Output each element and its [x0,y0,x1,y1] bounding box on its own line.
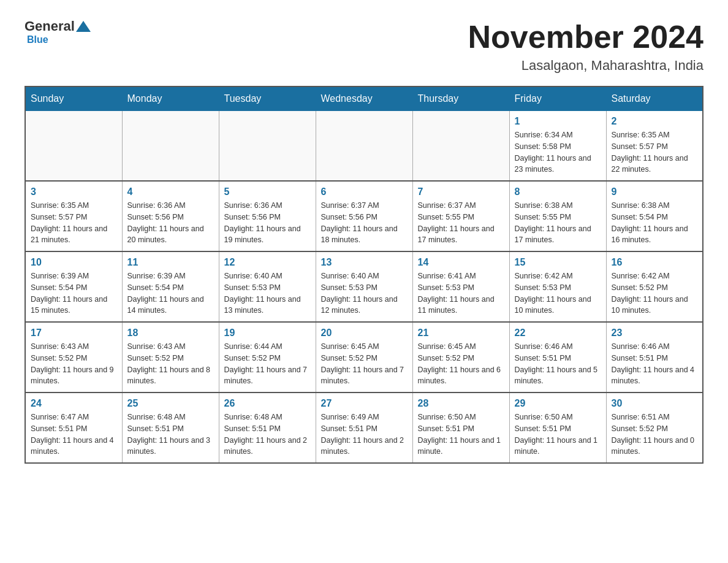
calendar-cell: 26Sunrise: 6:48 AMSunset: 5:51 PMDayligh… [219,393,316,463]
day-info: Sunrise: 6:35 AMSunset: 5:57 PMDaylight:… [31,200,117,246]
calendar-cell: 29Sunrise: 6:50 AMSunset: 5:51 PMDayligh… [509,393,606,463]
calendar-cell: 21Sunrise: 6:45 AMSunset: 5:52 PMDayligh… [412,322,509,393]
day-number: 5 [224,186,311,197]
day-info: Sunrise: 6:43 AMSunset: 5:52 PMDaylight:… [31,341,117,387]
day-number: 24 [31,398,117,409]
day-info: Sunrise: 6:51 AMSunset: 5:52 PMDaylight:… [612,412,698,458]
calendar-cell: 12Sunrise: 6:40 AMSunset: 5:53 PMDayligh… [219,251,316,322]
weekday-header-thursday: Thursday [412,86,509,111]
day-info: Sunrise: 6:36 AMSunset: 5:56 PMDaylight:… [127,200,214,246]
calendar-cell: 8Sunrise: 6:38 AMSunset: 5:55 PMDaylight… [509,181,606,251]
day-number: 8 [515,186,601,197]
day-info: Sunrise: 6:37 AMSunset: 5:55 PMDaylight:… [418,200,504,246]
day-number: 10 [31,257,117,268]
day-number: 14 [418,257,504,268]
day-info: Sunrise: 6:48 AMSunset: 5:51 PMDaylight:… [224,412,311,458]
day-number: 22 [515,327,601,339]
calendar-cell: 27Sunrise: 6:49 AMSunset: 5:51 PMDayligh… [316,393,412,463]
calendar-cell: 3Sunrise: 6:35 AMSunset: 5:57 PMDaylight… [25,181,122,251]
day-number: 2 [612,116,698,127]
calendar-cell [412,111,509,182]
calendar-cell: 28Sunrise: 6:50 AMSunset: 5:51 PMDayligh… [412,393,509,463]
calendar-cell [219,111,316,182]
calendar-cell: 23Sunrise: 6:46 AMSunset: 5:51 PMDayligh… [606,322,703,393]
calendar-cell: 22Sunrise: 6:46 AMSunset: 5:51 PMDayligh… [509,322,606,393]
weekday-header-sunday: Sunday [25,86,122,111]
day-number: 12 [224,257,311,268]
calendar-cell: 25Sunrise: 6:48 AMSunset: 5:51 PMDayligh… [122,393,219,463]
day-info: Sunrise: 6:42 AMSunset: 5:52 PMDaylight:… [612,270,698,316]
weekday-header-saturday: Saturday [606,86,703,111]
weekday-header-tuesday: Tuesday [219,86,316,111]
location-subtitle: Lasalgaon, Maharashtra, India [468,58,703,74]
day-info: Sunrise: 6:42 AMSunset: 5:53 PMDaylight:… [515,270,601,316]
day-number: 1 [515,116,601,127]
title-area: November 2024 Lasalgaon, Maharashtra, In… [468,18,703,74]
day-number: 29 [515,398,601,409]
day-number: 20 [321,327,408,339]
day-number: 13 [321,257,408,268]
weekday-header-friday: Friday [509,86,606,111]
calendar-table: SundayMondayTuesdayWednesdayThursdayFrid… [25,86,703,464]
header: General Blue November 2024 Lasalgaon, Ma… [25,18,703,74]
day-info: Sunrise: 6:40 AMSunset: 5:53 PMDaylight:… [321,270,408,316]
week-row-2: 3Sunrise: 6:35 AMSunset: 5:57 PMDaylight… [25,181,703,251]
day-number: 23 [612,327,698,339]
day-number: 9 [612,186,698,197]
calendar-cell: 14Sunrise: 6:41 AMSunset: 5:53 PMDayligh… [412,251,509,322]
day-info: Sunrise: 6:41 AMSunset: 5:53 PMDaylight:… [418,270,504,316]
logo-general-text: General [25,18,75,34]
calendar-cell: 15Sunrise: 6:42 AMSunset: 5:53 PMDayligh… [509,251,606,322]
day-info: Sunrise: 6:50 AMSunset: 5:51 PMDaylight:… [418,412,504,458]
logo-blue-text: Blue [27,34,48,45]
day-info: Sunrise: 6:34 AMSunset: 5:58 PMDaylight:… [515,129,601,175]
day-number: 28 [418,398,504,409]
day-info: Sunrise: 6:50 AMSunset: 5:51 PMDaylight:… [515,412,601,458]
calendar-cell [316,111,412,182]
week-row-1: 1Sunrise: 6:34 AMSunset: 5:58 PMDaylight… [25,111,703,182]
calendar-cell: 7Sunrise: 6:37 AMSunset: 5:55 PMDaylight… [412,181,509,251]
day-info: Sunrise: 6:46 AMSunset: 5:51 PMDaylight:… [612,341,698,387]
calendar-cell: 1Sunrise: 6:34 AMSunset: 5:58 PMDaylight… [509,111,606,182]
day-number: 7 [418,186,504,197]
day-info: Sunrise: 6:38 AMSunset: 5:54 PMDaylight:… [612,200,698,246]
month-year-title: November 2024 [468,18,703,55]
day-info: Sunrise: 6:35 AMSunset: 5:57 PMDaylight:… [612,129,698,175]
calendar-cell: 13Sunrise: 6:40 AMSunset: 5:53 PMDayligh… [316,251,412,322]
day-info: Sunrise: 6:49 AMSunset: 5:51 PMDaylight:… [321,412,408,458]
calendar-cell: 2Sunrise: 6:35 AMSunset: 5:57 PMDaylight… [606,111,703,182]
day-info: Sunrise: 6:38 AMSunset: 5:55 PMDaylight:… [515,200,601,246]
day-info: Sunrise: 6:43 AMSunset: 5:52 PMDaylight:… [127,341,214,387]
calendar-cell: 5Sunrise: 6:36 AMSunset: 5:56 PMDaylight… [219,181,316,251]
logo-triangle-icon [76,21,91,32]
calendar-cell: 4Sunrise: 6:36 AMSunset: 5:56 PMDaylight… [122,181,219,251]
calendar-cell: 20Sunrise: 6:45 AMSunset: 5:52 PMDayligh… [316,322,412,393]
day-number: 21 [418,327,504,339]
logo: General Blue [25,18,92,45]
calendar-cell: 17Sunrise: 6:43 AMSunset: 5:52 PMDayligh… [25,322,122,393]
day-number: 11 [127,257,214,268]
calendar-cell: 24Sunrise: 6:47 AMSunset: 5:51 PMDayligh… [25,393,122,463]
calendar-cell: 30Sunrise: 6:51 AMSunset: 5:52 PMDayligh… [606,393,703,463]
day-info: Sunrise: 6:44 AMSunset: 5:52 PMDaylight:… [224,341,311,387]
day-info: Sunrise: 6:45 AMSunset: 5:52 PMDaylight:… [418,341,504,387]
calendar-cell: 9Sunrise: 6:38 AMSunset: 5:54 PMDaylight… [606,181,703,251]
calendar-cell: 16Sunrise: 6:42 AMSunset: 5:52 PMDayligh… [606,251,703,322]
day-number: 27 [321,398,408,409]
day-number: 30 [612,398,698,409]
calendar-cell: 18Sunrise: 6:43 AMSunset: 5:52 PMDayligh… [122,322,219,393]
day-number: 18 [127,327,214,339]
calendar-cell [122,111,219,182]
calendar-cell: 19Sunrise: 6:44 AMSunset: 5:52 PMDayligh… [219,322,316,393]
calendar-cell [25,111,122,182]
day-number: 6 [321,186,408,197]
calendar-cell: 6Sunrise: 6:37 AMSunset: 5:56 PMDaylight… [316,181,412,251]
day-info: Sunrise: 6:46 AMSunset: 5:51 PMDaylight:… [515,341,601,387]
day-info: Sunrise: 6:47 AMSunset: 5:51 PMDaylight:… [31,412,117,458]
day-number: 4 [127,186,214,197]
day-number: 16 [612,257,698,268]
weekday-header-wednesday: Wednesday [316,86,412,111]
day-number: 15 [515,257,601,268]
calendar-cell: 11Sunrise: 6:39 AMSunset: 5:54 PMDayligh… [122,251,219,322]
weekday-header-monday: Monday [122,86,219,111]
